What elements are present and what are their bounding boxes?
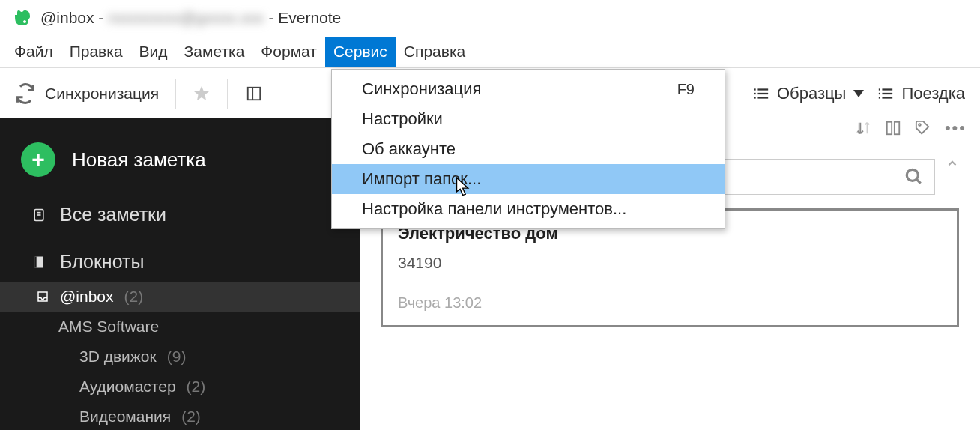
notebook-count: (2) xyxy=(187,378,206,396)
menu-item-файл[interactable]: Файл xyxy=(6,37,61,67)
notebook-count: (2) xyxy=(181,408,201,426)
svg-rect-19 xyxy=(887,122,892,135)
notebook-label: 3D движок xyxy=(79,348,157,366)
inbox-icon xyxy=(36,289,49,304)
notebook-item[interactable]: @inbox (2) xyxy=(0,282,360,312)
service-dropdown-menu: СинхронизацияF9НастройкиОб аккаунтеИмпор… xyxy=(331,69,725,229)
star-icon[interactable] xyxy=(193,85,211,103)
sidebar-all-notes[interactable]: Все заметки xyxy=(0,195,360,234)
notebook-label: Видеомания xyxy=(79,408,171,426)
dropdown-item[interactable]: Настройки xyxy=(332,104,725,134)
notebook-item[interactable]: 3D движок (9) xyxy=(0,342,360,372)
svg-point-21 xyxy=(919,124,921,126)
dropdown-shortcut: F9 xyxy=(677,81,695,98)
all-notes-label: Все заметки xyxy=(60,204,166,225)
dropdown-item-label: Синхронизация xyxy=(362,79,481,99)
menu-item-правка[interactable]: Правка xyxy=(61,37,131,67)
window-title: @inbox - nxxxxxxxx@gxxxx.xxx - Evernote xyxy=(40,9,341,27)
menu-item-справка[interactable]: Справка xyxy=(396,37,474,67)
notebook-count: (9) xyxy=(167,348,187,366)
shortcut-label: Поездка xyxy=(901,84,965,103)
view-mode-icon[interactable] xyxy=(885,120,901,136)
toolbar-separator xyxy=(175,79,176,109)
tag-icon[interactable] xyxy=(915,120,931,136)
sort-icon[interactable] xyxy=(855,120,871,136)
list-icon xyxy=(753,85,769,102)
svg-rect-18 xyxy=(34,256,37,267)
titlebar: @inbox - nxxxxxxxx@gxxxx.xxx - Evernote xyxy=(0,0,980,36)
notebook-item[interactable]: AMS Software xyxy=(0,312,360,342)
menu-item-формат[interactable]: Формат xyxy=(252,37,325,67)
account-email-blurred: nxxxxxxxx@gxxxx.xxx xyxy=(108,9,264,27)
notebook-item[interactable]: Аудиомастер (2) xyxy=(0,372,360,402)
notebook-icon xyxy=(31,253,46,271)
shortcut-obraztsy[interactable]: Образцы xyxy=(753,84,864,103)
notebook-item[interactable]: Видеомания (2) xyxy=(0,402,360,430)
chevron-down-icon xyxy=(853,90,864,97)
sidebar-notebooks[interactable]: Блокноты xyxy=(0,242,360,282)
plus-icon: + xyxy=(21,142,55,177)
panel-icon[interactable] xyxy=(246,85,262,103)
svg-point-22 xyxy=(907,169,918,181)
note-icon xyxy=(31,206,46,224)
notebook-count: (2) xyxy=(124,288,144,306)
notebook-label: @inbox xyxy=(60,288,114,306)
shortcut-poezdka[interactable]: Поездка xyxy=(877,84,965,103)
note-date: Вчера 13:02 xyxy=(398,294,942,312)
dropdown-item-label: Импорт папок... xyxy=(362,169,481,189)
more-icon[interactable]: ••• xyxy=(945,118,967,138)
new-note-label: Новая заметка xyxy=(72,148,206,172)
sidebar: + Новая заметка Все заметки Блокноты @in… xyxy=(0,118,360,430)
new-note-button[interactable]: + Новая заметка xyxy=(0,132,360,187)
menu-item-заметка[interactable]: Заметка xyxy=(176,37,253,67)
sync-icon xyxy=(15,83,36,104)
menu-item-вид[interactable]: Вид xyxy=(131,37,176,67)
menubar: ФайлПравкаВидЗаметкаФорматСервисСправка xyxy=(0,36,980,67)
dropdown-item-label: Настройки xyxy=(362,109,443,129)
notebook-label: Аудиомастер xyxy=(79,378,176,396)
dropdown-item[interactable]: Импорт папок... xyxy=(332,164,725,194)
dropdown-item[interactable]: Настройка панели инструментов... xyxy=(332,194,725,224)
dropdown-item[interactable]: Об аккаунте xyxy=(332,134,725,164)
sync-button[interactable]: Синхронизация xyxy=(15,83,159,104)
chevron-up-icon[interactable] xyxy=(946,157,959,170)
sync-label: Синхронизация xyxy=(45,85,159,103)
svg-line-23 xyxy=(916,179,920,183)
list-icon xyxy=(877,85,894,102)
dropdown-item-label: Об аккаунте xyxy=(362,139,456,159)
toolbar-separator xyxy=(227,79,228,109)
notebook-label: AMS Software xyxy=(58,318,159,336)
search-icon[interactable] xyxy=(904,167,924,187)
note-snippet: 34190 xyxy=(398,254,942,272)
dropdown-item[interactable]: СинхронизацияF9 xyxy=(332,74,725,104)
dropdown-item-label: Настройка панели инструментов... xyxy=(362,199,626,219)
svg-rect-20 xyxy=(895,122,899,135)
menu-item-сервис[interactable]: Сервис xyxy=(325,37,396,67)
evernote-logo-icon xyxy=(13,9,31,27)
svg-rect-0 xyxy=(248,87,261,100)
notebooks-label: Блокноты xyxy=(60,251,144,273)
shortcut-label: Образцы xyxy=(777,84,846,103)
